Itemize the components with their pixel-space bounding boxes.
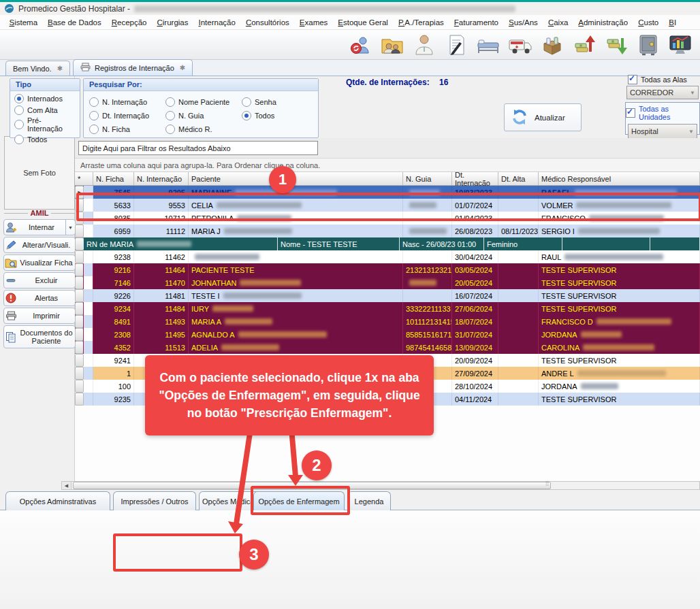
sidebar-button-documentos-do-paciente[interactable]: Documentos do Paciente: [3, 325, 76, 348]
contract-icon[interactable]: [443, 33, 469, 57]
table-row[interactable]: 849111493MARIA A10111213141518/07/2024FR…: [75, 315, 700, 328]
menu-sistema[interactable]: Sistema: [4, 16, 43, 29]
table-row[interactable]: ▸75459295MARIANNE10/03/2023RAFAEL: [75, 186, 700, 199]
doc-tab-inactive[interactable]: Bem Vindo.✱: [5, 61, 70, 76]
row-header-button[interactable]: [75, 328, 84, 341]
row-header-button[interactable]: [75, 263, 84, 276]
menu-base-de-dados[interactable]: Base de Dados: [43, 16, 107, 29]
column-header-n-interna-o[interactable]: N. Internação: [134, 172, 189, 185]
row-header-button[interactable]: [75, 250, 84, 263]
tipo-option-pr-interna-o[interactable]: Pré-Internação: [14, 116, 76, 133]
tipo-option-internados[interactable]: Internados: [14, 94, 76, 103]
table-row[interactable]: 695911112MARIA J26/08/202308/11/2023SERG…: [75, 225, 700, 237]
menu-cirurgias[interactable]: Cirurgias: [152, 16, 193, 29]
ala-select[interactable]: CORREDOR▼: [626, 86, 699, 99]
table-row[interactable]: 714611470JOHNATHAN20/05/2024TESTE SUPERV…: [75, 276, 700, 289]
bottom-tab-op-es-de-enfermagem[interactable]: Opções de Enfermagem: [253, 491, 345, 510]
row-header-button[interactable]: [75, 276, 84, 289]
menu-faturamento[interactable]: Faturamento: [449, 16, 503, 29]
bottom-tab-op-es-m-dicas[interactable]: Opções Médicas: [199, 491, 261, 510]
doctor-icon[interactable]: [411, 33, 437, 57]
table-row[interactable]: 922611481TESTE I16/07/2024TESTE SUPERVIS…: [75, 289, 700, 302]
pesquisar-option-todos[interactable]: Todos: [242, 109, 310, 122]
bottom-tab-impress-es-outros[interactable]: Impressões / Outros: [113, 491, 196, 510]
column-header-n-guia[interactable]: N. Guia: [403, 172, 452, 185]
chart-icon[interactable]: [667, 33, 693, 57]
pesquisar-option-n-ficha[interactable]: N. Ficha: [89, 122, 165, 136]
todas-alas-checkbox[interactable]: Todas as Alas: [628, 75, 687, 84]
sidebar-button-visualizar-ficha[interactable]: Visualizar Ficha: [3, 254, 76, 271]
row-header-button[interactable]: [75, 367, 84, 380]
todas-unidades-checkbox[interactable]: Todas as Unidades: [626, 105, 699, 121]
folder-users-icon[interactable]: [379, 33, 405, 57]
column-header-dt-alta[interactable]: Dt. Alta: [498, 172, 539, 185]
tipo-option-com-alta[interactable]: Com Alta: [14, 105, 76, 115]
column-header-n-ficha[interactable]: N. Ficha: [93, 172, 134, 185]
row-header-button[interactable]: [75, 289, 84, 302]
row-header-button[interactable]: [75, 341, 84, 354]
menu-interna-o[interactable]: Internação: [193, 16, 240, 29]
table-row[interactable]: 435211513ADELIA9874541465813/09/2024CARO…: [75, 341, 700, 354]
row-header-button[interactable]: [75, 393, 84, 406]
scrollbar-thumb[interactable]: [73, 482, 551, 489]
row-header-button[interactable]: [75, 237, 84, 250]
menu-p-a-terapias[interactable]: P.A./Terapias: [393, 16, 449, 29]
table-row[interactable]: 92381146230/04/2024RAUL: [75, 250, 700, 263]
close-icon[interactable]: ✱: [180, 64, 185, 71]
ambulance-icon[interactable]: [507, 33, 533, 57]
close-icon[interactable]: ✱: [57, 65, 63, 72]
row-header-button[interactable]: [75, 315, 84, 328]
pesquisar-option-dt-interna-o[interactable]: Dt. Internação: [89, 109, 165, 122]
sidebar-button-internar[interactable]: Internar▼: [3, 219, 76, 235]
column-header-dt-interna-o[interactable]: Dt. Internação: [452, 172, 498, 185]
menu-estoque-geral[interactable]: Estoque Geral: [333, 16, 394, 29]
row-header-button[interactable]: [75, 212, 84, 225]
safe-icon[interactable]: [635, 33, 661, 57]
bottom-tab-op-es-adminstrativas[interactable]: Opções Adminstrativas: [5, 491, 110, 510]
table-row[interactable]: 56339553CELIA01/07/2024VOLMER: [75, 199, 700, 212]
menu-recep-o[interactable]: Recepção: [106, 16, 152, 29]
row-header-button[interactable]: [75, 225, 84, 237]
bottom-tab-legenda[interactable]: Legenda: [347, 491, 391, 510]
scroll-left-icon[interactable]: ◀: [62, 482, 71, 489]
users-icon[interactable]: [347, 33, 373, 57]
menu-consult-rios[interactable]: Consultórios: [240, 16, 294, 29]
chevron-down-icon[interactable]: ▼: [65, 220, 75, 235]
row-header-button[interactable]: [75, 302, 84, 315]
menu-caixa[interactable]: Caixa: [543, 16, 573, 29]
row-header-button[interactable]: ▸: [75, 186, 84, 199]
pesquisar-option-senha[interactable]: Senha: [242, 95, 310, 109]
bed-icon[interactable]: [475, 33, 501, 57]
table-row[interactable]: 803510712PETRONILA01/04/2023FRANCISCO: [75, 212, 700, 225]
pesquisar-option-n-interna-o[interactable]: N. Internação: [89, 95, 165, 109]
menu-sus-ans[interactable]: Sus/Ans: [504, 16, 543, 29]
menu-bi[interactable]: BI: [664, 16, 682, 29]
unidade-select[interactable]: Hospital▼: [628, 124, 697, 139]
row-marker-header[interactable]: *: [75, 172, 93, 185]
sidebar-button-imprimir[interactable]: Imprimir: [3, 308, 76, 324]
sidebar-button-alertas[interactable]: Alertas: [3, 290, 76, 306]
pesquisar-option-n-guia[interactable]: N. Guia: [165, 109, 242, 122]
menu-administra-o[interactable]: Administração: [573, 16, 633, 29]
pesquisar-option-m-dico-r-[interactable]: Médico R.: [165, 122, 242, 136]
tipo-option-todos[interactable]: Todos: [14, 135, 76, 144]
horizontal-scrollbar[interactable]: ◀: [61, 481, 700, 490]
table-row[interactable]: 230811495AGNALDO A85851516171831/07/2024…: [75, 328, 700, 341]
sidebar-button-excluir[interactable]: Excluir: [3, 272, 76, 289]
doc-tab-active[interactable]: Registros de Internação✱: [73, 59, 193, 76]
row-header-button[interactable]: [75, 380, 84, 393]
grid-filter-input[interactable]: Digite Aqui para Filtrar os Resultados A…: [78, 141, 318, 155]
atualizar-button[interactable]: Atualizar: [504, 103, 582, 131]
supplies-icon[interactable]: [539, 33, 565, 57]
menu-exames[interactable]: Exames: [294, 16, 333, 29]
table-row[interactable]: RN de MARIANome - TESTE TESTENasc - 26/0…: [75, 237, 700, 250]
money-up-icon[interactable]: [571, 33, 597, 57]
pesquisar-option-nome-paciente[interactable]: Nome Paciente: [165, 95, 242, 109]
table-row[interactable]: 923411484IURY3332221113327/06/2024TESTE …: [75, 302, 700, 315]
menu-custo[interactable]: Custo: [633, 16, 664, 29]
table-row[interactable]: 921611464PACIENTE TESTE2132131232103/05/…: [75, 263, 700, 276]
sidebar-button-alterar-visuali-[interactable]: Alterar/Visuali.: [3, 237, 76, 253]
column-header-m-dico-respons-vel[interactable]: Médico Responsável: [539, 172, 700, 185]
money-down-icon[interactable]: [603, 33, 629, 57]
row-header-button[interactable]: [75, 354, 84, 367]
